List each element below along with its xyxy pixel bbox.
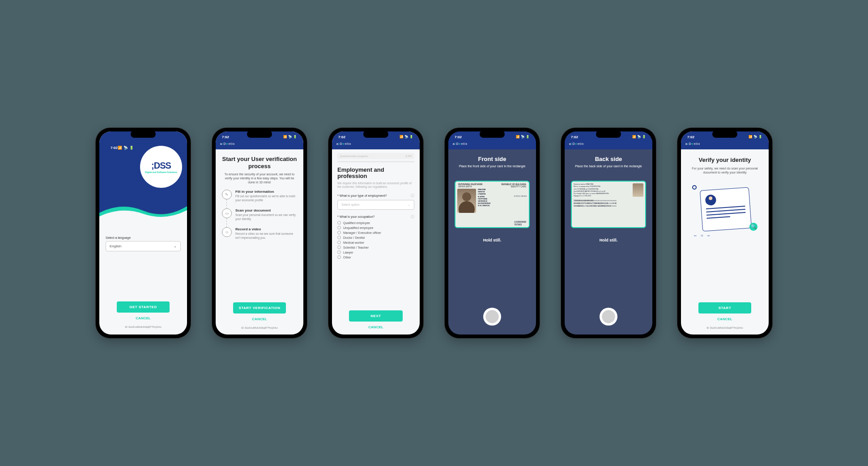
notch — [247, 131, 272, 138]
brand-name: aiDentix — [681, 142, 769, 147]
status-icons: 📶 📡 🔋 — [632, 135, 646, 139]
battery-icon: 🔋 — [129, 146, 134, 150]
step-desc: Scan your personal document so we can ve… — [235, 213, 297, 221]
camera-instruction: Place the front side of your card in the… — [455, 164, 530, 168]
section-desc: We require this information to build an … — [337, 182, 414, 189]
avatar-icon — [705, 194, 717, 206]
radio-option[interactable]: Unqualified employee — [337, 226, 414, 229]
step-title: Fill in your information — [235, 190, 297, 194]
progress-track — [337, 161, 414, 162]
cancel-button[interactable]: CANCEL — [233, 313, 286, 325]
radio-option[interactable]: Manager / Executive officer — [337, 231, 414, 234]
session-id: ID 3UdOoMIdIJH3q87ThQAAc — [687, 325, 762, 332]
next-button[interactable]: NEXT — [349, 310, 403, 322]
logo: ;DSS Digital and Software Solutions — [140, 146, 182, 188]
id-card-back-preview: Фамилни имена ИВАНОВА Място на раждане/г… — [571, 181, 646, 228]
status-bar: 7:02 📶 📡 🔋 — [104, 142, 140, 153]
logo-subtitle: Digital and Software Solutions — [145, 171, 177, 174]
select-placeholder: Select option — [341, 203, 359, 207]
page-subtitle: To ensure the security of your account, … — [222, 172, 297, 184]
circle-decoration — [692, 185, 697, 190]
camera-title: Front side — [478, 156, 506, 162]
employment-type-select[interactable]: Select option ⌄ — [337, 200, 414, 210]
start-verification-button[interactable]: START VERIFICATION — [233, 302, 286, 313]
radio-option[interactable]: Medical worker — [337, 241, 414, 244]
radio-icon — [337, 236, 341, 239]
status-icons: 📶 📡 🔋 — [118, 146, 134, 150]
info-icon[interactable]: ⓘ — [411, 193, 414, 198]
radio-option[interactable]: Lawyer — [337, 250, 414, 254]
radio-option[interactable]: Qualified employee — [337, 221, 414, 225]
radio-option[interactable]: Scientist / Teacher — [337, 246, 414, 249]
edit-icon: ✎ — [222, 190, 232, 199]
phone-1: 7:02 📶 📡 🔋 ;DSS Digital and Software Sol… — [96, 128, 191, 338]
radio-icon — [337, 231, 341, 234]
cancel-button[interactable]: CANCEL — [349, 322, 403, 333]
wifi-icon: 📡 — [123, 146, 128, 150]
hold-still-label: Hold still. — [600, 238, 618, 242]
step-title: Record a video — [235, 227, 297, 231]
step-desc: Fill out our questionnaire so we're able… — [235, 195, 297, 202]
brand-name: aiDentix — [448, 142, 536, 147]
camera-instruction: Place the back side of your card in the … — [570, 164, 646, 168]
notch — [596, 131, 621, 138]
id-back-photo — [633, 183, 643, 197]
status-time: 7:02 — [222, 135, 229, 139]
mrz-zone: IDBGRAA0000000<<<<<<<<<<<<<<<< 9508015F3… — [574, 199, 643, 208]
radio-icon — [337, 246, 341, 249]
session-id: ID 3UdOoMIdIJH3q87ThQAAc — [222, 325, 297, 332]
radio-option[interactable]: Other — [337, 255, 414, 259]
page-title: Verify your identity — [698, 157, 751, 164]
radio-option[interactable]: Doctor / Dentist — [337, 236, 414, 239]
language-value: English — [110, 244, 121, 248]
step-fill-info: ✎ Fill in your information Fill out our … — [222, 190, 297, 208]
id-number: AA0000000 767903 — [514, 220, 526, 226]
brand-name: aiDentix — [216, 142, 303, 147]
chevron-down-icon: ⌄ — [408, 203, 410, 207]
radio-icon — [337, 226, 341, 229]
hold-still-label: Hold still. — [483, 238, 502, 242]
status-time: 7:02 — [455, 135, 462, 139]
document-card-illustration — [700, 187, 752, 231]
id-fields: ИВАНОВА IVANOVA СЛАВИНА SLAVINA ГЕОРГИЕВ… — [478, 189, 527, 213]
phone-2: 7:02 📶 📡 🔋 aiDentix Start your User veri… — [212, 128, 307, 338]
language-select[interactable]: English ⌄ — [106, 241, 181, 251]
step-scan-document: ▭ Scan your document Scan your personal … — [222, 208, 297, 227]
start-button[interactable]: START — [698, 302, 751, 313]
status-time: 7:02 — [687, 135, 694, 139]
phone-5: 7:02 📶 📡 🔋 aiDentix Back side Place the … — [561, 128, 656, 338]
cancel-button[interactable]: CANCEL — [698, 313, 751, 325]
phone-3: 7:02 📶 📡 🔋 aiDentix Questionnaire progre… — [328, 128, 423, 338]
back-fields: Фамилни имена ИВАНОВА Място на раждане/г… — [574, 183, 631, 198]
id-photo — [457, 189, 476, 213]
signal-icon: 📶 — [118, 146, 122, 150]
shutter-button[interactable] — [483, 308, 501, 326]
info-icon[interactable]: ⓘ — [411, 214, 414, 219]
radio-icon — [337, 255, 341, 259]
hero-area: 7:02 📶 📡 🔋 ;DSS Digital and Software Sol… — [99, 131, 187, 221]
brand-name: aiDentix — [565, 142, 652, 147]
phone-4: 7:02 📶 📡 🔋 aiDentix Front side Place the… — [445, 128, 540, 338]
progress-percent: 0.5% — [405, 155, 412, 157]
progress-label-row: Questionnaire progress: 0.5% — [337, 153, 414, 159]
radio-icon — [337, 241, 341, 244]
wave-decoration — [99, 199, 187, 221]
notch — [480, 131, 505, 138]
radio-icon — [337, 221, 341, 225]
occupation-label: * What is your occupation? ⓘ — [337, 214, 414, 219]
logo-text: ;DSS — [151, 161, 171, 171]
verify-illustration: 🔍 ～ ○ ～ — [691, 184, 758, 242]
shutter-button[interactable] — [600, 308, 617, 326]
status-icons: 📶 📡 🔋 — [749, 135, 762, 139]
camera-title: Back side — [595, 156, 622, 162]
radio-icon — [337, 250, 341, 254]
notch — [131, 131, 156, 138]
cancel-button[interactable]: CANCEL — [117, 313, 170, 324]
employment-type-label: * What is your type of employment? ⓘ — [337, 193, 414, 198]
phone-6: 7:02 📶 📡 🔋 aiDentix Verify your identity… — [677, 128, 772, 338]
get-started-button[interactable]: GET STARTED — [117, 301, 170, 313]
step-desc: Record a video so we are sure that someo… — [235, 232, 297, 240]
notch — [712, 131, 737, 138]
page-title: Start your User verification process — [222, 156, 297, 169]
steps-list: ✎ Fill in your information Fill out our … — [222, 190, 297, 246]
